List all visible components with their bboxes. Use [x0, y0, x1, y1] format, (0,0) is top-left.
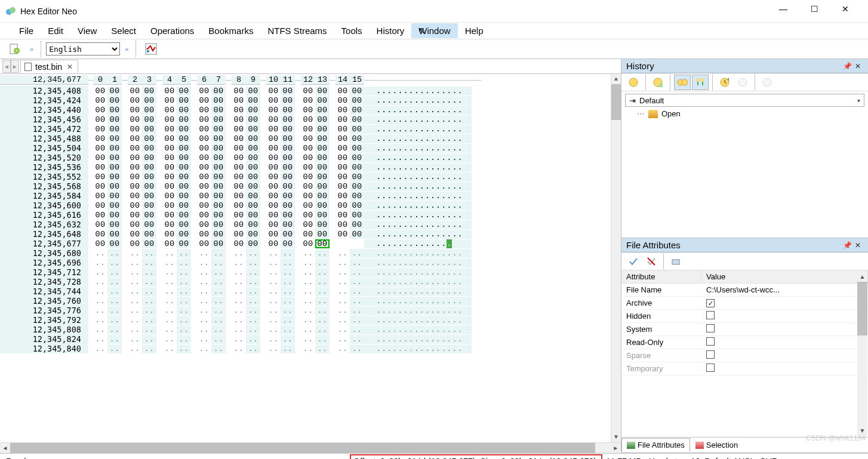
fattr-row[interactable]: Hidden: [621, 310, 868, 323]
hscroll-thumb[interactable]: [10, 443, 595, 453]
checkbox[interactable]: [706, 337, 715, 346]
history-tree-item[interactable]: ⋯ Open: [625, 107, 864, 121]
minimize-button[interactable]: —: [768, 1, 799, 17]
hex-row[interactable]: 12,345,824..............................…: [0, 334, 621, 344]
hex-row[interactable]: 12,345,648000000000000000000000000000000…: [0, 229, 621, 239]
scroll-left-button[interactable]: ◄: [0, 443, 10, 453]
hex-row[interactable]: 12,345,616000000000000000000000000000000…: [0, 210, 621, 220]
svg-point-16: [763, 78, 771, 87]
tab-next-button[interactable]: ►: [11, 60, 19, 73]
menu-edit[interactable]: Edit: [41, 23, 70, 38]
fattr-row[interactable]: Temporary: [621, 362, 868, 375]
hex-row[interactable]: 12,345,600000000000000000000000000000000…: [0, 201, 621, 210]
hex-row[interactable]: 12,345,536000000000000000000000000000000…: [0, 162, 621, 172]
side-panels: History 📌 ✕ ⇥ Defa: [621, 59, 868, 453]
tab-prev-button[interactable]: ◄: [2, 60, 11, 73]
hex-row[interactable]: 12,345,456000000000000000000000000000000…: [0, 115, 621, 124]
history-btn-3[interactable]: [674, 75, 691, 90]
hex-row[interactable]: 12,345,504000000000000000000000000000000…: [0, 143, 621, 153]
hex-row[interactable]: 12,345,632000000000000000000000000000000…: [0, 220, 621, 229]
hex-row[interactable]: 12,345,776..............................…: [0, 306, 621, 315]
menu-view[interactable]: View: [70, 23, 104, 38]
hex-row[interactable]: 12,345,440000000000000000000000000000000…: [0, 105, 621, 115]
hex-row[interactable]: 12,345,792..............................…: [0, 315, 621, 325]
hex-editor[interactable]: 12,345,6770123456789101112131415 12,345,…: [0, 74, 621, 453]
hex-row[interactable]: 12,345,472000000000000000000000000000000…: [0, 124, 621, 134]
checkbox[interactable]: [706, 311, 715, 319]
fattr-columns: Attribute Value: [621, 270, 868, 284]
hex-row[interactable]: 12,345,584000000000000000000000000000000…: [0, 191, 621, 201]
scroll-right-button[interactable]: ►: [611, 443, 621, 453]
hex-row[interactable]: 12,345,568000000000000000000000000000000…: [0, 181, 621, 191]
col-value[interactable]: Value: [701, 270, 868, 283]
fattr-scrollbar[interactable]: ▲ ▼: [857, 272, 867, 436]
hex-row[interactable]: 12,345,680..............................…: [0, 248, 621, 258]
vertical-scrollbar[interactable]: ▲ ▼: [611, 74, 621, 442]
fattr-btn-2[interactable]: [643, 254, 660, 269]
history-btn-2[interactable]: [650, 75, 666, 90]
fattr-row[interactable]: Archive✓: [621, 297, 868, 310]
scroll-thumb[interactable]: [611, 84, 621, 120]
pin-icon[interactable]: 📌: [842, 62, 852, 70]
history-combo[interactable]: ⇥ Default ▾: [625, 94, 864, 107]
hex-row[interactable]: 12,345,552000000000000000000000000000000…: [0, 172, 621, 181]
scroll-up-button[interactable]: ▲: [611, 74, 621, 84]
hex-row[interactable]: 12,345,840..............................…: [0, 344, 621, 353]
tool-button[interactable]: [141, 40, 161, 58]
panel-close-button[interactable]: ✕: [852, 62, 863, 70]
hex-body[interactable]: 12,345,408000000000000000000000000000000…: [0, 86, 621, 353]
menu-window[interactable]: Window: [411, 23, 457, 38]
menu-select[interactable]: Select: [104, 23, 143, 38]
tab-close-button[interactable]: ✕: [66, 63, 74, 71]
panel-close-button[interactable]: ✕: [852, 241, 863, 249]
fattr-row[interactable]: System: [621, 323, 868, 336]
history-btn-1[interactable]: [625, 75, 642, 90]
history-btn-7[interactable]: [759, 75, 775, 90]
new-file-button[interactable]: +: [5, 40, 25, 58]
hex-row[interactable]: 12,345,744..............................…: [0, 287, 621, 296]
menu-file[interactable]: File: [12, 23, 41, 38]
tab-selection[interactable]: Selection: [690, 438, 743, 452]
history-btn-6[interactable]: [734, 75, 751, 90]
menu-tools[interactable]: Tools: [334, 23, 370, 38]
maximize-button[interactable]: ☐: [799, 1, 830, 17]
hex-row[interactable]: 12,345,712..............................…: [0, 267, 621, 277]
menu-history[interactable]: History: [370, 23, 412, 38]
menu-help[interactable]: Help: [458, 23, 491, 38]
hex-row[interactable]: 12,345,696..............................…: [0, 258, 621, 267]
toolbar-chevron-2[interactable]: »: [122, 45, 131, 53]
checkbox[interactable]: ✓: [706, 299, 715, 307]
scroll-down-button[interactable]: ▼: [611, 432, 621, 442]
horizontal-scrollbar[interactable]: ◄ ►: [0, 442, 621, 453]
fattr-row[interactable]: Sparse: [621, 349, 868, 362]
checkbox[interactable]: [706, 350, 715, 359]
hex-row[interactable]: 12,345,408000000000000000000000000000000…: [0, 86, 621, 96]
tab-file-attributes[interactable]: File Attributes: [621, 438, 690, 452]
hex-row[interactable]: 12,345,520000000000000000000000000000000…: [0, 153, 621, 162]
hex-row[interactable]: 12,345,808..............................…: [0, 325, 621, 334]
checkbox[interactable]: [706, 363, 715, 372]
fattr-btn-1[interactable]: [625, 254, 642, 269]
close-button[interactable]: ✕: [830, 1, 861, 17]
hex-row[interactable]: 12,345,760..............................…: [0, 296, 621, 306]
hex-row[interactable]: 12,345,424000000000000000000000000000000…: [0, 96, 621, 105]
hex-row[interactable]: 12,345,488000000000000000000000000000000…: [0, 134, 621, 143]
col-attribute[interactable]: Attribute: [621, 270, 701, 283]
toolbar-chevron-1[interactable]: »: [27, 45, 36, 53]
hex-row[interactable]: 12,345,728..............................…: [0, 277, 621, 287]
fattr-row[interactable]: Read-Only: [621, 336, 868, 349]
language-select[interactable]: English: [46, 42, 120, 56]
fattr-row[interactable]: File NameC:\Users\wd-ct-wcc...: [621, 284, 868, 297]
menu-ntfs-streams[interactable]: NTFS Streams: [260, 23, 334, 38]
menu-bookmarks[interactable]: Bookmarks: [201, 23, 260, 38]
fattr-btn-3[interactable]: [667, 254, 684, 269]
menu-operations[interactable]: Operations: [143, 23, 201, 38]
document-tab[interactable]: test.bin ✕: [20, 60, 78, 73]
checkbox[interactable]: [706, 324, 715, 332]
svg-point-7: [629, 78, 638, 87]
hex-row[interactable]: 12,345,6770000000000000000000000000000 .…: [0, 239, 621, 248]
pin-icon[interactable]: 📌: [842, 241, 852, 249]
svg-point-12: [696, 78, 700, 82]
history-btn-5[interactable]: [716, 75, 733, 90]
history-btn-4[interactable]: [692, 75, 709, 90]
